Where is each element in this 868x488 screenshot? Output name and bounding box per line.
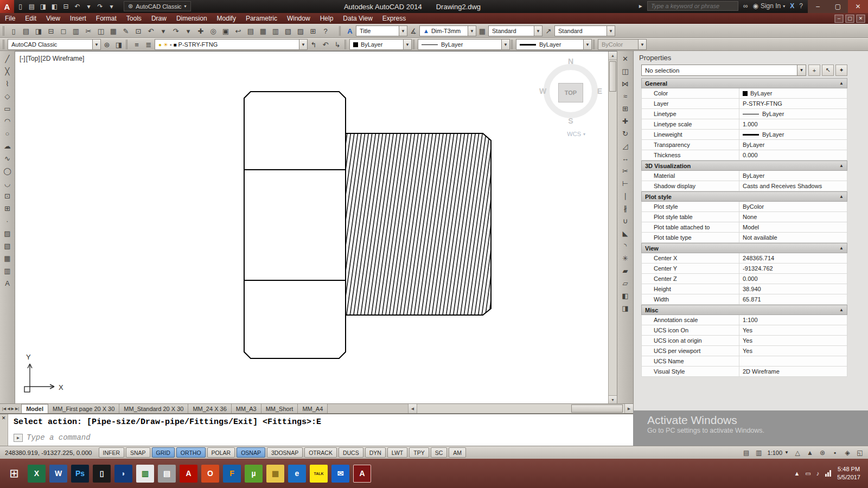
ellipse-arc-icon[interactable]: ◡ — [2, 177, 14, 189]
bring-above-icon[interactable]: ◧ — [620, 290, 631, 301]
construction-line-icon[interactable]: ╳ — [2, 65, 14, 77]
taskbar-app-blue[interactable]: ◗ — [114, 465, 132, 483]
menu-parametric[interactable]: Parametric — [241, 13, 282, 24]
polyline-icon[interactable]: ⌇ — [2, 78, 14, 89]
properties-icon[interactable]: ▤ — [245, 25, 257, 37]
tab-mm-standard[interactable]: MM_Standard 20 X 30 — [119, 404, 188, 413]
fillet-icon[interactable]: ◝ — [620, 240, 631, 252]
table-icon[interactable]: ▥ — [2, 265, 14, 277]
property-value[interactable]: -91324.762 — [739, 264, 847, 273]
taskbar-app-orange[interactable]: O — [201, 465, 219, 483]
insert-block-icon[interactable]: ⊡ — [2, 190, 14, 202]
annotation-scale-button[interactable]: 1:100 ▼ — [768, 450, 789, 456]
send-under-icon[interactable]: ◨ — [620, 302, 631, 314]
make-block-icon[interactable]: ⊞ — [2, 202, 14, 214]
layer-freeze-sun-icon[interactable]: ☀ — [163, 42, 168, 48]
layer-isolate-icon[interactable]: ↳ — [331, 38, 343, 50]
property-value[interactable]: ByColor — [739, 202, 847, 211]
layout-space-icon[interactable]: ▥ — [754, 448, 764, 458]
property-value[interactable]: 1:100 — [739, 315, 847, 325]
save-workspace-icon[interactable]: ◨ — [113, 38, 125, 50]
property-value[interactable] — [739, 356, 847, 366]
region-icon[interactable]: ▦ — [2, 252, 14, 264]
toggle-tpy[interactable]: TPY — [409, 447, 429, 458]
tab-mm-a4[interactable]: MM_A4 — [298, 404, 328, 413]
menu-format[interactable]: Format — [91, 13, 122, 24]
move-icon[interactable]: ✚ — [620, 115, 631, 127]
explode-icon[interactable]: ✳ — [620, 252, 631, 264]
toggle-dyn[interactable]: DYN — [365, 447, 386, 458]
command-input[interactable]: ▶ Type a command — [14, 433, 91, 442]
sign-in-button[interactable]: ◉ Sign In ▾ — [752, 2, 785, 10]
toggle-3dosnap[interactable]: 3DOSNAP — [267, 447, 303, 458]
volume-icon[interactable]: ♪ — [816, 470, 820, 477]
toggle-am[interactable]: AM — [449, 447, 466, 458]
property-value[interactable]: Yes — [739, 325, 847, 335]
menu-express[interactable]: Express — [378, 13, 411, 24]
extend-icon[interactable]: ⊢ — [620, 177, 631, 189]
tab-model[interactable]: Model — [21, 404, 48, 413]
taskbar-utorrent[interactable]: µ — [245, 465, 263, 483]
designcenter-icon[interactable]: ▦ — [257, 25, 269, 37]
chevron-down-icon[interactable]: ▼ — [468, 26, 476, 36]
collapse-icon[interactable]: ▲ — [839, 246, 844, 251]
menu-insert[interactable]: Insert — [65, 13, 91, 24]
break-at-point-icon[interactable]: ∣ — [620, 190, 631, 202]
zoom-realtime-icon[interactable]: ◎ — [207, 25, 219, 37]
make-object-layer-current-icon[interactable]: ↰ — [308, 38, 320, 50]
chevron-down-icon[interactable]: ▼ — [797, 65, 806, 75]
viewcube-top-face[interactable]: TOP — [558, 83, 583, 102]
menu-modify[interactable]: Modify — [212, 13, 241, 24]
coordinates-readout[interactable]: 248380.919, -91327.225, 0.000 — [3, 450, 97, 456]
properties-section-misc[interactable]: Misc▲ — [641, 305, 847, 315]
rotate-icon[interactable]: ↻ — [620, 127, 631, 139]
undo-icon[interactable]: ↶ — [72, 1, 82, 12]
plot-icon[interactable]: ⊟ — [45, 25, 57, 37]
join-icon[interactable]: ∪ — [620, 215, 631, 227]
toggle-infer[interactable]: INFER — [99, 447, 125, 458]
break-icon[interactable]: ∦ — [620, 202, 631, 214]
gradient-icon[interactable]: ▧ — [2, 240, 14, 252]
tray-expand-icon[interactable]: ▲ — [794, 470, 800, 477]
toolbar-grip[interactable] — [339, 26, 342, 36]
circle-icon[interactable]: ○ — [2, 127, 14, 139]
saveas-icon[interactable]: ◧ — [49, 1, 60, 12]
open-icon[interactable]: ▤ — [20, 25, 32, 37]
workspace-combo[interactable]: ⊛ AutoCAD Classic ▾ — [124, 1, 191, 11]
mtext-icon[interactable]: A — [2, 277, 14, 289]
trim-icon[interactable]: ✂ — [620, 165, 631, 177]
menu-draw[interactable]: Draw — [146, 13, 171, 24]
thread-section[interactable] — [346, 133, 491, 315]
property-value[interactable]: None — [739, 212, 847, 222]
layer-color-swatch[interactable]: ■ — [174, 42, 177, 48]
match-properties-icon[interactable]: ✎ — [120, 25, 132, 37]
search-icon[interactable]: ∞ — [743, 2, 748, 10]
scroll-left-icon[interactable]: ◀ — [409, 404, 417, 413]
doc-restore-button[interactable]: ▢ — [845, 15, 854, 23]
plot-icon[interactable]: ⊟ — [61, 1, 71, 12]
save-icon[interactable]: ◨ — [33, 25, 44, 37]
workspace-switch-icon[interactable]: ⊛ — [818, 448, 827, 458]
toolbar-lock-icon[interactable]: ▪ — [830, 448, 840, 458]
copy-icon[interactable]: ◫ — [620, 65, 631, 77]
new-icon[interactable]: ▯ — [8, 25, 20, 37]
viewcube[interactable]: N W E S TOP — [538, 57, 603, 125]
taskbar-photoshop[interactable]: Ps — [71, 465, 89, 483]
next-tab-icon[interactable]: ▶ — [11, 407, 14, 411]
toolbar-grip[interactable] — [593, 40, 596, 49]
property-value[interactable]: 248365.714 — [739, 253, 847, 263]
minimize-button[interactable]: – — [808, 0, 828, 13]
taskbar-autocad[interactable]: A — [353, 465, 371, 483]
polygon-icon[interactable]: ◇ — [2, 90, 14, 102]
selection-combo[interactable]: No selection ▼ — [641, 65, 806, 76]
scroll-up-icon[interactable]: ▲ — [609, 52, 617, 60]
property-value[interactable]: ByLayer — [739, 88, 847, 98]
toggle-snap[interactable]: SNAP — [126, 447, 150, 458]
chevron-down-icon[interactable]: ▼ — [501, 40, 509, 49]
quick-select-button[interactable]: ✦ — [835, 65, 847, 76]
scrollbar-thumb[interactable] — [609, 61, 616, 92]
property-value[interactable]: 2D Wireframe — [739, 367, 847, 376]
sheetset-manager-icon[interactable]: ▧ — [282, 25, 294, 37]
cut-icon[interactable]: ✂ — [82, 25, 94, 37]
viewcube-west[interactable]: W — [539, 87, 546, 95]
